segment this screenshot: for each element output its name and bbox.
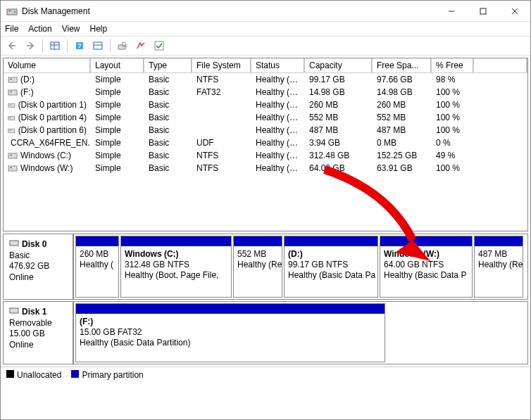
volume-layout: Simple (91, 100, 144, 110)
col-volume[interactable]: Volume (4, 58, 91, 73)
legend-unallocated: Unallocated (6, 370, 61, 380)
help-button[interactable]: ? (71, 38, 88, 53)
svg-rect-22 (8, 90, 17, 95)
volume-free: 552 MB (373, 113, 432, 122)
col-layout[interactable]: Layout (91, 58, 144, 73)
disk-info[interactable]: Disk 1Removable15.00 GBOnline (4, 302, 74, 364)
svg-rect-29 (9, 130, 11, 131)
volume-free: 487 MB (373, 125, 432, 135)
volume-pct: 100 % (432, 87, 474, 97)
partition[interactable]: 487 MBHealthy (Re (474, 236, 523, 298)
partition-size: 312.48 GB NTFS (125, 260, 189, 269)
volume-status: Healthy (R... (251, 113, 305, 122)
svg-rect-14 (94, 42, 102, 49)
volume-capacity: 487 MB (305, 125, 373, 135)
col-capacity[interactable]: Capacity (305, 58, 373, 73)
partition[interactable]: Windows (W:)64.00 GB NTFSHealthy (Basic … (380, 236, 473, 298)
menu-view[interactable]: View (62, 24, 80, 34)
svg-rect-26 (8, 116, 15, 120)
drive-icon (8, 113, 15, 122)
partition[interactable]: 260 MBHealthy ( (75, 236, 119, 298)
partition[interactable]: (F:)15.00 GB FAT32Healthy (Basic Data Pa… (75, 303, 385, 362)
volume-fs: NTFS (192, 163, 251, 173)
menu-help[interactable]: Help (90, 24, 108, 34)
partition[interactable]: Windows (C:)312.48 GB NTFSHealthy (Boot,… (120, 236, 232, 298)
volume-row[interactable]: CCRA_X64FRE_EN...SimpleBasicUDFHealthy (… (4, 136, 527, 149)
volume-pct: 49 % (432, 151, 474, 160)
partition-size: 487 MB (478, 249, 507, 259)
volume-fs: FAT32 (192, 87, 251, 97)
disk-status: Online (9, 272, 67, 284)
drive-icon (8, 88, 18, 96)
partition[interactable]: (D:)99.17 GB NTFSHealthy (Basic Data Pa (284, 236, 378, 298)
volume-name: (Disk 0 partition 1) (18, 100, 87, 110)
maximize-button[interactable] (467, 1, 499, 21)
menu-file[interactable]: File (5, 24, 18, 34)
volume-name: (Disk 0 partition 6) (18, 125, 87, 135)
col-status[interactable]: Status (251, 58, 305, 73)
partition-label: Windows (C:) (125, 249, 179, 259)
volume-row[interactable]: (Disk 0 partition 6)SimpleBasicHealthy (… (4, 124, 527, 136)
volume-list: Volume Layout Type File System Status Ca… (3, 58, 528, 231)
volume-layout: Simple (91, 87, 144, 97)
back-button[interactable] (4, 38, 20, 53)
drive-icon (8, 151, 18, 160)
partition-status: Healthy (Basic Data P (384, 270, 466, 280)
refresh-button[interactable] (89, 38, 106, 53)
volume-capacity: 3.94 GB (305, 138, 373, 148)
close-button[interactable] (499, 1, 530, 21)
properties-button[interactable] (114, 38, 131, 53)
checklist-button[interactable] (151, 38, 168, 53)
svg-rect-16 (118, 45, 125, 49)
volume-free: 0 MB (373, 138, 432, 148)
svg-rect-32 (8, 153, 17, 158)
col-fs[interactable]: File System (192, 58, 251, 73)
col-type[interactable]: Type (144, 58, 192, 73)
volume-type: Basic (144, 100, 192, 110)
partition-size: 15.00 GB FAT32 (80, 327, 142, 337)
volume-free: 97.66 GB (373, 75, 432, 84)
action-button[interactable] (132, 38, 149, 53)
volume-row[interactable]: Windows (W:)SimpleBasicNTFSHealthy (B...… (4, 162, 527, 174)
partition-size: 64.00 GB NTFS (384, 260, 444, 269)
partition-size: 99.17 GB NTFS (288, 260, 348, 269)
volume-free: 152.25 GB (373, 151, 432, 160)
volume-type: Basic (144, 87, 192, 97)
legend-primary: Primary partition (71, 370, 143, 380)
volume-layout: Simple (91, 151, 144, 160)
disk-icon (9, 306, 19, 318)
volume-row[interactable]: (Disk 0 partition 1)SimpleBasicHealthy (… (4, 98, 527, 111)
view-button[interactable] (46, 38, 63, 53)
svg-rect-36 (10, 241, 18, 246)
volume-status: Healthy (B... (251, 87, 305, 97)
volume-pct: 100 % (432, 100, 474, 110)
svg-rect-9 (51, 42, 59, 49)
partition-status: Healthy (Boot, Page File, (125, 270, 218, 280)
volume-row[interactable]: (Disk 0 partition 4)SimpleBasicHealthy (… (4, 111, 527, 124)
col-free[interactable]: Free Spa... (373, 58, 432, 73)
forward-button[interactable] (22, 38, 39, 53)
svg-rect-21 (10, 79, 12, 79)
volume-name: Windows (C:) (20, 151, 71, 160)
partition-stripe (475, 236, 523, 246)
volume-name: (F:) (20, 87, 34, 97)
disk-partitions: 260 MBHealthy (Windows (C:)312.48 GB NTF… (74, 234, 527, 299)
col-pct[interactable]: % Free (432, 58, 474, 73)
volume-type: Basic (144, 163, 192, 173)
partition[interactable]: 552 MBHealthy (Re (233, 236, 282, 298)
volume-type: Basic (144, 75, 192, 84)
disk-info[interactable]: Disk 0Basic476.92 GBOnline (4, 234, 74, 299)
volume-row[interactable]: Windows (C:)SimpleBasicNTFSHealthy (B...… (4, 149, 527, 162)
minimize-button[interactable] (435, 1, 467, 21)
menu-action[interactable]: Action (28, 24, 51, 34)
svg-text:?: ? (77, 42, 82, 49)
disk-type: Basic (9, 250, 67, 262)
volume-row[interactable]: (D:)SimpleBasicNTFSHealthy (B...99.17 GB… (4, 73, 527, 86)
partition-stripe (285, 236, 377, 246)
partition-stripe (121, 236, 231, 246)
volume-status: Healthy (P... (251, 138, 305, 148)
partition-status: Healthy (Basic Data Pa (288, 270, 375, 280)
volume-status: Healthy (B... (251, 151, 305, 160)
disk-type: Removable (9, 318, 67, 329)
volume-row[interactable]: (F:)SimpleBasicFAT32Healthy (B...14.98 G… (4, 86, 527, 98)
